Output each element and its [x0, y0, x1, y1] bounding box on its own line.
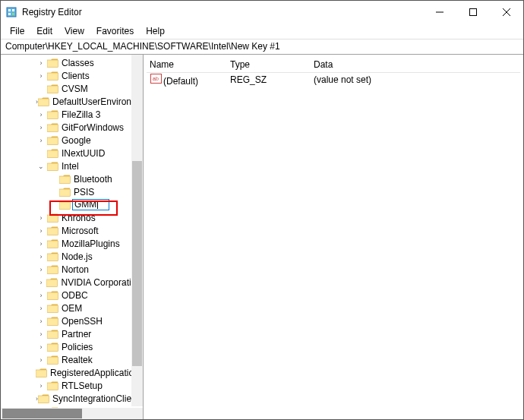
tree-item-label: RTLSetup — [60, 381, 104, 391]
tree-pane: ›Classes›ClientsCVSM›DefaultUserEnvironm… — [1, 55, 144, 419]
folder-icon — [46, 342, 58, 352]
close-button[interactable] — [490, 1, 523, 24]
chevron-right-icon[interactable]: › — [36, 124, 46, 131]
tree-item[interactable]: ›GitForWindows — [1, 121, 143, 134]
tree-item[interactable]: ›SyncIntegrationClients — [1, 392, 143, 405]
chevron-right-icon[interactable]: › — [36, 343, 46, 351]
horizontal-scrollbar-thumb[interactable] — [2, 409, 82, 418]
folder-icon — [58, 200, 71, 210]
folder-icon — [46, 161, 58, 172]
column-header-type[interactable]: Type — [230, 59, 314, 70]
tree-item[interactable]: ›Microsoft — [1, 224, 143, 237]
menu-edit[interactable]: Edit — [30, 24, 58, 39]
folder-icon — [46, 109, 58, 120]
chevron-down-icon[interactable]: ⌄ — [36, 163, 46, 170]
folder-icon — [46, 84, 58, 94]
minimize-button[interactable] — [423, 1, 456, 24]
chevron-right-icon[interactable]: › — [36, 305, 46, 312]
horizontal-scrollbar[interactable] — [1, 408, 143, 419]
app-icon — [5, 6, 17, 18]
address-bar[interactable]: Computer\HKEY_LOCAL_MACHINE\SOFTWARE\Int… — [1, 39, 523, 54]
vertical-scrollbar[interactable] — [131, 55, 143, 406]
svg-rect-12 — [38, 99, 49, 106]
tree-item[interactable]: ›Partner — [1, 327, 143, 340]
tree-item[interactable]: Bluetooth — [1, 172, 143, 185]
tree-item[interactable]: ›ODBC — [1, 289, 143, 302]
tree-item-label: Node.js — [60, 251, 94, 262]
tree-item[interactable]: ›Node.js — [1, 250, 143, 263]
folder-icon — [46, 213, 58, 223]
tree-item-label: Classes — [60, 58, 96, 68]
tree-item[interactable]: ›RTLSetup — [1, 379, 143, 392]
menu-file[interactable]: File — [4, 24, 30, 39]
vertical-scrollbar-thumb[interactable] — [132, 161, 142, 366]
tree-item[interactable]: ›Clients — [1, 69, 143, 82]
svg-rect-26 — [46, 279, 58, 287]
tree-item[interactable]: ›OpenSSH — [1, 314, 143, 327]
menu-view[interactable]: View — [58, 24, 90, 39]
chevron-right-icon[interactable]: › — [36, 214, 46, 222]
rename-input[interactable]: GMM — [72, 199, 109, 210]
chevron-right-icon[interactable]: › — [36, 59, 46, 67]
tree-item-label: GitForWindows — [60, 122, 125, 133]
folder-icon — [46, 122, 58, 133]
svg-rect-32 — [47, 357, 58, 365]
chevron-right-icon[interactable]: › — [36, 137, 46, 144]
folder-icon — [58, 174, 71, 185]
tree-item[interactable]: ›Realtek — [1, 353, 143, 366]
list-header: Name Type Data — [147, 56, 520, 73]
tree-item[interactable]: RegisteredApplications — [1, 366, 143, 379]
chevron-right-icon[interactable]: › — [36, 72, 46, 80]
menubar: File Edit View Favorites Help — [1, 24, 523, 39]
tree-item[interactable]: ›FileZilla 3 — [1, 108, 143, 121]
chevron-right-icon[interactable]: › — [36, 253, 46, 261]
window-title: Registry Editor — [22, 7, 82, 17]
tree-item[interactable]: ›Norton — [1, 263, 143, 276]
chevron-right-icon[interactable]: › — [36, 279, 46, 286]
chevron-right-icon[interactable]: › — [36, 356, 46, 364]
chevron-right-icon[interactable]: › — [36, 382, 46, 390]
chevron-right-icon[interactable]: › — [36, 240, 46, 248]
tree-item-label: Realtek — [60, 355, 94, 365]
folder-icon — [46, 264, 58, 275]
tree-item-label: DefaultUserEnvironment — [51, 96, 144, 107]
tree-item[interactable]: ›Classes — [1, 56, 143, 69]
chevron-right-icon[interactable]: › — [36, 330, 46, 338]
chevron-right-icon[interactable]: › — [36, 227, 46, 235]
tree-item-label: Clients — [60, 71, 91, 81]
svg-rect-34 — [47, 383, 58, 390]
tree-item[interactable]: ›Khronos — [1, 211, 143, 224]
tree-item[interactable]: ›Policies — [1, 340, 143, 353]
chevron-right-icon[interactable]: › — [36, 292, 46, 299]
tree-item[interactable]: GMM — [1, 198, 143, 211]
folder-icon — [46, 71, 58, 81]
value-name: ab(Default) — [147, 74, 230, 87]
menu-help[interactable]: Help — [140, 24, 171, 39]
column-header-data[interactable]: Data — [314, 59, 520, 70]
maximize-button[interactable] — [456, 1, 490, 24]
tree-item[interactable]: INextUUID — [1, 147, 143, 159]
column-header-name[interactable]: Name — [147, 59, 230, 70]
tree-item[interactable]: ›Google — [1, 134, 143, 147]
tree-item[interactable]: ›OEM — [1, 302, 143, 314]
svg-rect-13 — [47, 112, 58, 119]
tree-item-label: NVIDIA Corporation — [60, 277, 143, 288]
menu-favorites[interactable]: Favorites — [90, 24, 140, 39]
tree-item-label: ODBC — [60, 290, 90, 301]
titlebar[interactable]: Registry Editor — [1, 1, 523, 24]
string-value-icon: ab — [150, 74, 162, 84]
folder-icon — [46, 355, 58, 365]
tree-item[interactable]: ›DefaultUserEnvironment — [1, 95, 143, 108]
tree-item[interactable]: ⌄Intel — [1, 159, 143, 172]
tree-item[interactable]: ›NVIDIA Corporation — [1, 276, 143, 289]
tree-item[interactable]: CVSM — [1, 82, 143, 95]
tree-item[interactable]: PSIS — [1, 185, 143, 198]
list-row[interactable]: ab(Default)REG_SZ(value not set) — [147, 73, 520, 87]
tree-item-label: MozillaPlugins — [60, 238, 122, 249]
folder-icon — [46, 238, 58, 249]
chevron-right-icon[interactable]: › — [36, 111, 46, 118]
value-type: REG_SZ — [230, 74, 314, 85]
chevron-right-icon[interactable]: › — [36, 317, 46, 325]
tree-item[interactable]: ›MozillaPlugins — [1, 237, 143, 250]
chevron-right-icon[interactable]: › — [36, 266, 46, 273]
